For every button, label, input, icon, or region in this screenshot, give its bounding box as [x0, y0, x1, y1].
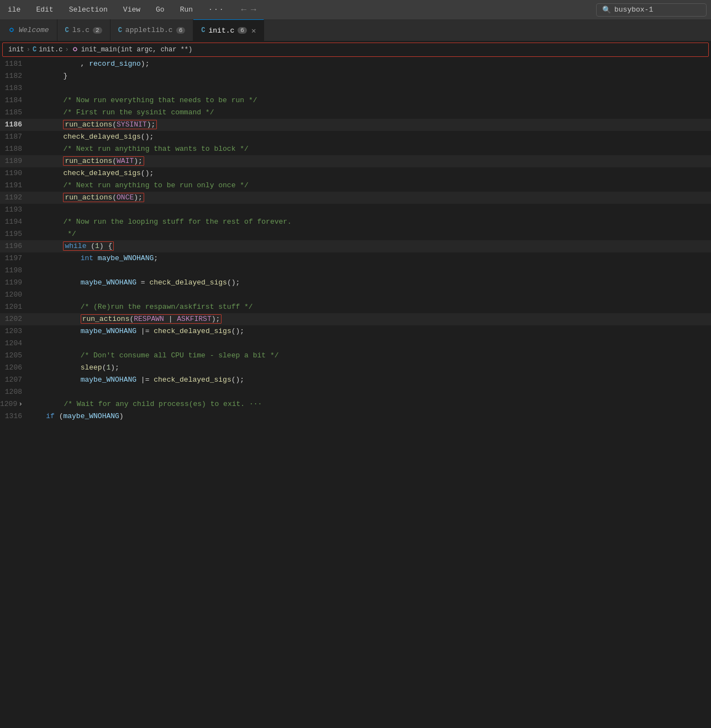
code-text-1203: maybe_WNOHANG |= check_delayed_sigs();	[29, 325, 244, 337]
line-num-1204: 1204	[0, 337, 29, 350]
line-num-1181: 1181	[0, 58, 29, 70]
code-text-1188: /* Next run anything that wants to block…	[29, 143, 249, 155]
code-text-1206: sleep(1);	[29, 362, 119, 374]
code-text-1316: if (maybe_WNOHANG)	[29, 410, 124, 423]
code-text-1195: */	[29, 228, 76, 240]
menu-go[interactable]: Go	[152, 3, 168, 16]
code-line-1196: 1196 while (1) {	[0, 240, 711, 252]
code-text-1192: run_actions(ONCE);	[29, 192, 144, 204]
breadcrumb-sep-1: ›	[27, 46, 30, 54]
code-line-1208: 1208	[0, 386, 711, 398]
forward-arrow[interactable]: →	[251, 5, 256, 15]
breadcrumb-func-icon: ⭘	[71, 45, 79, 54]
menu-run[interactable]: Run	[177, 3, 196, 16]
code-editor: 1181 , record_signo); 1182 } 1183 1184 /…	[0, 58, 711, 728]
line-num-1199: 1199	[0, 277, 29, 289]
tab-init-c-badge: 6	[238, 27, 247, 34]
tab-welcome[interactable]: ⭘ Welcome	[0, 19, 57, 41]
code-text-1186: run_actions(SYSINIT);	[29, 119, 157, 131]
code-line-1186: 1186 run_actions(SYSINIT);	[0, 119, 711, 131]
code-text-1184: /* Now run everything that needs to be r…	[29, 94, 257, 107]
code-line-1203: 1203 maybe_WNOHANG |= check_delayed_sigs…	[0, 325, 711, 337]
line-num-1194: 1194	[0, 216, 29, 228]
line-num-1209: 1209 ›	[0, 398, 29, 410]
code-text-1207: maybe_WNOHANG |= check_delayed_sigs();	[29, 374, 244, 386]
line-num-1200: 1200	[0, 289, 29, 301]
code-text-1201: /* (Re)run the respawn/askfirst stuff */	[29, 301, 253, 313]
tab-ls-c[interactable]: C ls.c 2	[57, 19, 110, 41]
code-line-1195: 1195 */	[0, 228, 711, 240]
tab-ls-c-label: ls.c	[72, 26, 89, 34]
code-line-1183: 1183	[0, 82, 711, 94]
code-line-1190: 1190 check_delayed_sigs();	[0, 167, 711, 180]
menu-view[interactable]: View	[120, 3, 144, 16]
line-num-1191: 1191	[0, 180, 29, 192]
line-num-1185: 1185	[0, 107, 29, 119]
menu-selection[interactable]: Selection	[66, 3, 111, 16]
line-num-1193: 1193	[0, 204, 29, 216]
code-text-1202: run_actions(RESPAWN | ASKFIRST);	[29, 313, 222, 325]
code-line-1197: 1197 int maybe_WNOHANG;	[0, 252, 711, 265]
search-box[interactable]: 🔍 busybox-1	[596, 3, 707, 17]
line-num-1206: 1206	[0, 362, 29, 374]
c-lang-icon: C	[65, 27, 69, 34]
breadcrumb-sep-2: ›	[65, 46, 69, 54]
menu-edit[interactable]: Edit	[33, 3, 56, 16]
breadcrumb-function: init_main(int argc, char **)	[81, 46, 193, 54]
nav-arrows: ← →	[241, 5, 256, 15]
code-text-1208	[29, 386, 33, 398]
code-line-1187: 1187 check_delayed_sigs();	[0, 131, 711, 143]
line-num-1192: 1192	[0, 192, 29, 204]
line-num-1187: 1187	[0, 131, 29, 143]
code-text-1190: check_delayed_sigs();	[29, 167, 154, 180]
line-num-1201: 1201	[0, 301, 29, 313]
line-num-1190: 1190	[0, 167, 29, 180]
menu-more[interactable]: ···	[205, 3, 228, 16]
code-line-1189: 1189 run_actions(WAIT);	[0, 155, 711, 167]
search-text: busybox-1	[614, 6, 653, 14]
main-content: init › C init.c › ⭘ init_main(int argc, …	[0, 41, 711, 728]
code-line-1202: 1202 run_actions(RESPAWN | ASKFIRST);	[0, 313, 711, 325]
line-num-1207: 1207	[0, 374, 29, 386]
line-num-1184: 1184	[0, 94, 29, 107]
code-text-1183	[29, 82, 33, 94]
tab-welcome-label: Welcome	[19, 26, 49, 34]
code-text-1199: maybe_WNOHANG = check_delayed_sigs();	[29, 277, 240, 289]
code-line-1193: 1193	[0, 204, 711, 216]
code-line-1206: 1206 sleep(1);	[0, 362, 711, 374]
line-num-1196: 1196	[0, 240, 29, 252]
line-num-1198: 1198	[0, 265, 29, 277]
code-line-1181: 1181 , record_signo);	[0, 58, 711, 70]
line-num-1197: 1197	[0, 252, 29, 265]
code-text-1200	[29, 289, 33, 301]
code-text-1196: while (1) {	[29, 240, 114, 252]
code-scroll-area[interactable]: 1181 , record_signo); 1182 } 1183 1184 /…	[0, 58, 711, 728]
code-line-1198: 1198	[0, 265, 711, 277]
code-line-1207: 1207 maybe_WNOHANG |= check_delayed_sigs…	[0, 374, 711, 386]
back-arrow[interactable]: ←	[241, 5, 246, 15]
code-line-1188: 1188 /* Next run anything that wants to …	[0, 143, 711, 155]
line-num-1203: 1203	[0, 325, 29, 337]
code-line-1200: 1200	[0, 289, 711, 301]
line-num-1186: 1186	[0, 119, 29, 131]
code-text-1193	[29, 204, 33, 216]
tab-appletlib-badge: 6	[176, 27, 186, 34]
code-line-1192: 1192 run_actions(ONCE);	[0, 192, 711, 204]
line-num-1188: 1188	[0, 143, 29, 155]
tab-close-button[interactable]: ✕	[251, 26, 256, 35]
code-text-1182: }	[29, 70, 67, 82]
line-num-1195: 1195	[0, 228, 29, 240]
tab-appletlib[interactable]: C appletlib.c 6	[110, 19, 194, 41]
code-line-1204: 1204	[0, 337, 711, 350]
c-lang-icon-3: C	[201, 27, 205, 34]
tab-init-c[interactable]: C init.c 6 ✕	[193, 19, 264, 41]
code-line-1182: 1182 }	[0, 70, 711, 82]
code-line-1205: 1205 /* Don't consume all CPU time - sle…	[0, 350, 711, 362]
menu-file[interactable]: ile	[4, 3, 24, 16]
code-line-1199: 1199 maybe_WNOHANG = check_delayed_sigs(…	[0, 277, 711, 289]
breadcrumb-c-icon: C	[33, 46, 36, 54]
tab-init-c-label: init.c	[208, 27, 234, 35]
code-line-1201: 1201 /* (Re)run the respawn/askfirst stu…	[0, 301, 711, 313]
code-line-1316: 1316 if (maybe_WNOHANG)	[0, 410, 711, 423]
code-line-1184: 1184 /* Now run everything that needs to…	[0, 94, 711, 107]
